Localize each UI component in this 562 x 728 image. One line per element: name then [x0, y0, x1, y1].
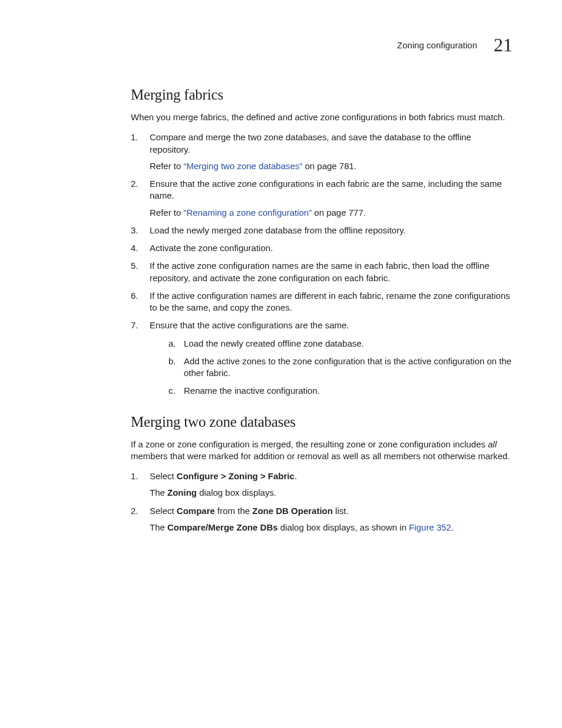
running-header: Zoning configuration 21: [49, 34, 513, 56]
step-note: The Compare/Merge Zone DBs dialog box di…: [150, 522, 513, 533]
steps-list-merging-fabrics: 1. Compare and merge the two zone databa…: [131, 131, 513, 397]
step-item: 2. Select Compare from the Zone DB Opera…: [131, 505, 513, 534]
step-text: Load the newly merged zone database from…: [150, 225, 406, 235]
command-name: Compare: [177, 506, 215, 516]
intro-paragraph: When you merge fabrics, the defined and …: [131, 111, 513, 123]
list-name: Zone DB Operation: [252, 506, 333, 516]
step-text: If the active configuration names are di…: [150, 291, 510, 312]
step-number: 4.: [131, 242, 138, 254]
text-fragment: .: [451, 522, 454, 532]
text-fragment: The: [150, 522, 167, 532]
text-fragment: dialog box displays.: [197, 487, 276, 498]
substep-item: a. Load the newly created offline zone d…: [168, 338, 513, 350]
text-fragment: The: [150, 487, 167, 498]
step-item: 1. Compare and merge the two zone databa…: [131, 131, 513, 172]
step-note: The Zoning dialog box displays.: [150, 487, 513, 499]
page-content: Merging fabrics When you merge fabrics, …: [131, 87, 513, 533]
step-number: 2.: [131, 178, 138, 190]
header-section-title: Zoning configuration: [397, 40, 477, 50]
step-reference: Refer to “Merging two zone databases” on…: [150, 160, 513, 172]
step-text: Select Compare from the Zone DB Operatio…: [150, 506, 349, 516]
substep-text: Rename the inactive configuration.: [184, 386, 320, 396]
substep-text: Add the active zones to the zone configu…: [184, 356, 511, 378]
step-number: 7.: [131, 319, 138, 331]
figure-reference-link[interactable]: Figure 352: [409, 522, 451, 532]
dialog-name: Zoning: [167, 487, 197, 498]
dialog-name: Compare/Merge Zone DBs: [167, 522, 278, 532]
step-item: 1. Select Configure > Zoning > Fabric. T…: [131, 470, 513, 499]
step-text: Activate the zone configuration.: [150, 243, 273, 253]
step-item: 2. Ensure that the active zone configura…: [131, 178, 513, 219]
step-number: 1.: [131, 131, 138, 143]
step-number: 5.: [131, 260, 138, 272]
text-fragment: Select: [150, 471, 177, 481]
header-chapter-number: 21: [494, 34, 513, 56]
substep-letter: b.: [168, 355, 176, 367]
step-item: 5. If the active zone configuration name…: [131, 260, 513, 284]
substep-letter: c.: [168, 385, 176, 397]
text-fragment: from the: [215, 506, 252, 516]
steps-list-merging-databases: 1. Select Configure > Zoning > Fabric. T…: [131, 470, 513, 533]
step-number: 2.: [131, 505, 138, 517]
intro-emphasis: all: [488, 439, 497, 449]
intro-pre: If a zone or zone configuration is merge…: [131, 439, 488, 449]
heading-merging-fabrics: Merging fabrics: [131, 87, 513, 103]
substep-item: c. Rename the inactive configuration.: [168, 385, 513, 397]
substep-text: Load the newly created offline zone data…: [184, 338, 364, 348]
step-number: 6.: [131, 290, 138, 302]
step-text: Compare and merge the two zone databases…: [150, 132, 471, 154]
step-text: Select Configure > Zoning > Fabric.: [150, 471, 297, 481]
step-number: 1.: [131, 470, 138, 482]
refer-prefix: Refer to: [150, 207, 184, 218]
substep-item: b. Add the active zones to the zone conf…: [168, 355, 513, 380]
step-text: Ensure that the active configurations ar…: [150, 320, 349, 330]
intro-paragraph: If a zone or zone configuration is merge…: [131, 439, 513, 463]
text-fragment: Select: [150, 506, 177, 516]
text-fragment: .: [295, 471, 297, 481]
intro-post: members that were marked for addition or…: [131, 451, 510, 461]
step-item: 4. Activate the zone configuration.: [131, 242, 513, 254]
step-item: 6. If the active configuration names are…: [131, 290, 513, 314]
substep-letter: a.: [168, 338, 176, 350]
refer-prefix: Refer to: [150, 161, 184, 171]
text-fragment: dialog box displays, as shown in: [278, 522, 409, 532]
step-text: If the active zone configuration names a…: [150, 261, 490, 282]
cross-reference-link[interactable]: “Merging two zone databases”: [184, 161, 303, 171]
menu-path: Configure > Zoning > Fabric: [177, 471, 295, 481]
step-text: Ensure that the active zone configuratio…: [150, 179, 502, 200]
heading-merging-two-zone-databases: Merging two zone databases: [131, 414, 513, 430]
step-number: 3.: [131, 225, 138, 236]
step-reference: Refer to “Renaming a zone configuration”…: [150, 207, 513, 219]
refer-suffix: on page 781.: [302, 161, 356, 171]
refer-suffix: on page 777.: [312, 207, 366, 218]
cross-reference-link[interactable]: “Renaming a zone configuration”: [184, 207, 312, 218]
text-fragment: list.: [333, 506, 349, 516]
step-item: 7. Ensure that the active configurations…: [131, 319, 513, 397]
substeps-list: a. Load the newly created offline zone d…: [150, 338, 513, 397]
step-item: 3. Load the newly merged zone database f…: [131, 225, 513, 236]
